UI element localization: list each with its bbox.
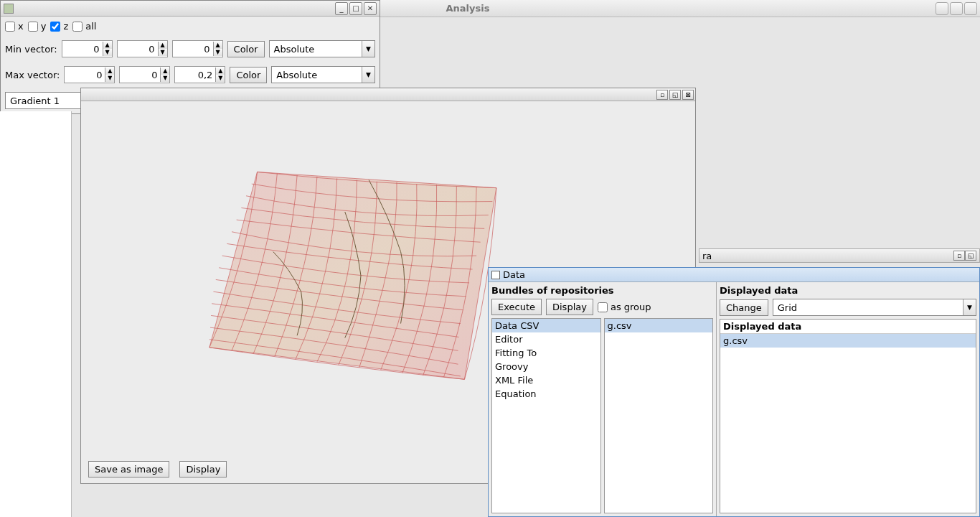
repo-type-list[interactable]: Data CSV Editor Fitting To Groovy XML Fi… [491,318,601,513]
bundles-label: Bundles of repositories [491,285,713,296]
max-color-button[interactable]: Color [230,67,267,83]
data-display-button[interactable]: Display [546,299,593,315]
list-item[interactable]: g.csv [605,319,713,332]
checkbox-x[interactable]: x [5,21,24,32]
displayed-header: Displayed data [720,320,976,334]
checkbox-z[interactable]: z [50,21,68,32]
max-vector-label: Max vector: [5,70,60,80]
displayed-label: Displayed data [720,285,976,296]
ra-titlebar[interactable]: ra ▫ ◱ [699,248,980,263]
save-as-image-button[interactable]: Save as image [88,461,169,478]
left-sidebar [0,111,72,517]
list-item[interactable]: XML File [492,373,600,387]
plot-iconify-button[interactable]: ▫ [656,90,668,100]
max-y-spinner[interactable]: ▲▼ [119,66,170,83]
as-group-checkbox[interactable]: as group [598,302,651,312]
change-mode-select[interactable]: Grid▼ [773,299,976,316]
app-maximize-button[interactable] [950,2,963,15]
max-z-spinner[interactable]: ▲▼ [174,66,225,83]
ra-iconify-button[interactable]: ▫ [953,251,965,261]
max-color-mode-select[interactable]: Absolute▼ [271,66,375,83]
vector-panel-titlebar[interactable]: _ □ ✕ [1,1,380,17]
list-item[interactable]: Editor [492,332,600,346]
min-color-button[interactable]: Color [227,41,265,57]
data-window-titlebar[interactable]: Data [489,268,979,282]
app-minimize-button[interactable] [936,2,948,15]
list-item[interactable]: Groovy [492,360,600,373]
list-item[interactable]: Equation [492,387,600,401]
min-color-mode-select[interactable]: Absolute▼ [269,40,375,57]
app-close-button[interactable] [964,2,977,15]
panel-close-button[interactable]: ✕ [364,2,377,15]
panel-maximize-button[interactable]: □ [349,2,362,15]
plot-titlebar: ▫ ◱ ⊠ [81,88,695,101]
ra-maximize-button[interactable]: ◱ [965,251,976,261]
data-window-title: Data [503,269,525,280]
checkbox-y[interactable]: y [28,21,47,32]
list-item[interactable]: g.csv [720,334,976,348]
plot-close-button[interactable]: ⊠ [682,90,694,100]
list-item[interactable]: Fitting To [492,346,600,360]
max-x-spinner[interactable]: ▲▼ [64,66,115,83]
checkbox-all[interactable]: all [72,21,96,32]
list-item[interactable]: Data CSV [492,319,600,332]
ra-label: ra [702,251,712,261]
panel-minimize-button[interactable]: _ [335,2,348,15]
displayed-data-list[interactable]: Displayed data g.csv [720,319,976,513]
min-z-spinner[interactable]: ▲▼ [172,40,223,57]
plot-display-button[interactable]: Display [179,461,227,478]
min-vector-label: Min vector: [5,44,57,55]
document-icon [491,271,500,279]
data-window: Data Bundles of repositories Execute Dis… [488,267,980,517]
min-y-spinner[interactable]: ▲▼ [117,40,168,57]
file-list[interactable]: g.csv [604,318,714,513]
min-x-spinner[interactable]: ▲▼ [62,40,113,57]
plot-maximize-button[interactable]: ◱ [669,90,681,100]
execute-button[interactable]: Execute [491,299,542,315]
java-icon [4,4,14,14]
change-button[interactable]: Change [720,299,768,316]
